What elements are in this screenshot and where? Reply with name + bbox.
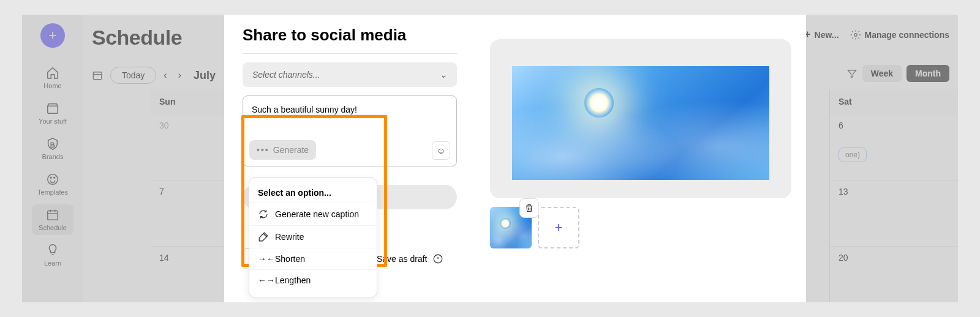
dropdown-item-lengthen[interactable]: ←→Lengthen bbox=[249, 269, 377, 291]
dropdown-header: Select an option... bbox=[249, 184, 377, 203]
post-preview bbox=[490, 39, 791, 198]
modal-title: Share to social media bbox=[243, 26, 457, 45]
delete-media-button[interactable] bbox=[519, 198, 539, 218]
generate-dropdown: Select an option... Generate new caption… bbox=[249, 177, 377, 297]
lengthen-icon: ←→ bbox=[258, 275, 269, 285]
shorten-icon: →← bbox=[258, 254, 269, 264]
emoji-button[interactable]: ☺ bbox=[432, 141, 450, 160]
dropdown-item-generate[interactable]: Generate new caption bbox=[249, 203, 377, 225]
channel-select[interactable]: Select channels...⌄ bbox=[243, 62, 457, 87]
add-media-button[interactable]: + bbox=[538, 207, 579, 248]
dropdown-item-rewrite[interactable]: Rewrite bbox=[249, 225, 377, 248]
chevron-down-icon: ⌄ bbox=[440, 70, 447, 80]
dropdown-item-shorten[interactable]: →←Shorten bbox=[249, 248, 377, 269]
